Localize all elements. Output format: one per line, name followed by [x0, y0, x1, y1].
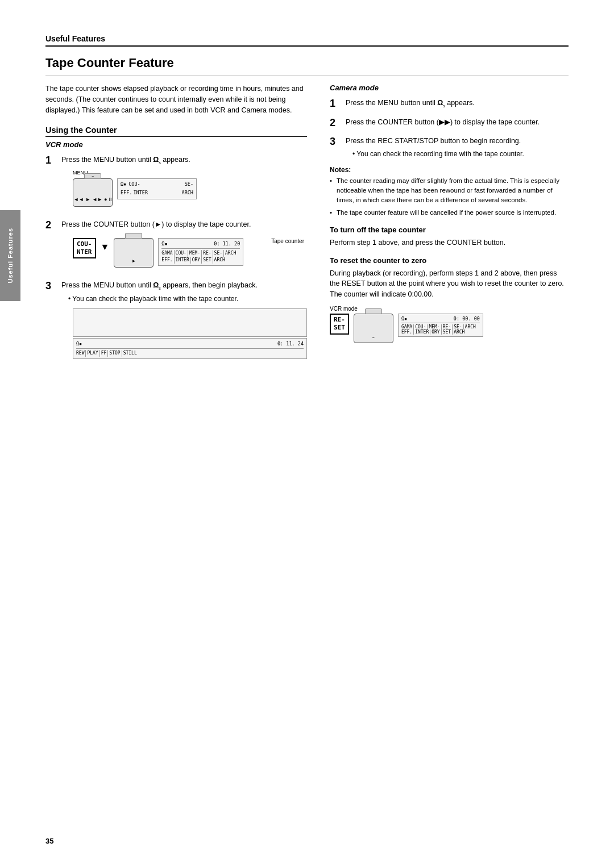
- lcd-bottom-2: GAMA COU- MEM- RE- SE- ARCH: [161, 248, 240, 257]
- cam-step-1: 1 Press the MENU button until Ωs appears…: [330, 98, 569, 110]
- lcd-reset-time: 0: 00. 00: [454, 316, 480, 322]
- lcd-icon-2: Ω▪: [161, 240, 167, 248]
- cam-step-2-text: Press the COUNTER button (▶▶) to display…: [346, 118, 540, 126]
- lcd-mem: MEM-: [189, 250, 202, 257]
- vcr-diagram-2: Tape counter COU-NTER ▼ ►: [73, 238, 307, 268]
- lcd-set: SET: [203, 257, 213, 264]
- playback-lcd-top: Ω▪ 0: 11. 24: [76, 340, 304, 348]
- cam-step-number-2: 2: [330, 117, 341, 130]
- btn-play-2: ►: [131, 258, 136, 265]
- lcd-se2: SE-: [214, 250, 224, 257]
- camera-controls-2: ►: [131, 258, 136, 265]
- camera-body-2: ►: [114, 238, 154, 268]
- vcr-step-2: 2 Press the COUNTER button (►) to displa…: [45, 219, 307, 273]
- page-number: 35: [45, 837, 53, 845]
- counter-highlight-box: COU-NTER: [73, 238, 96, 259]
- lcd-reset-gama: GAMA: [401, 324, 414, 329]
- cam-step-3-content: Press the REC START/STOP button to begin…: [346, 136, 569, 159]
- lcd-display-2: Ω▪ 0: 11. 20 GAMA COU- MEM- RE- SE- ARCH: [158, 238, 243, 266]
- step-3-bullet: You can check the playback time with the…: [61, 294, 307, 304]
- intro-text: The tape counter shows elapsed playback …: [45, 84, 307, 115]
- turn-off-title: To turn off the tape counter: [330, 226, 569, 234]
- lcd-reset-ory: ORY: [432, 329, 441, 335]
- camera-controls: ◄◄ ► ◄► ● II: [73, 196, 111, 204]
- step-1-content: Press the MENU button until Ωs appears. …: [61, 155, 307, 212]
- vcr-step-1: 1 Press the MENU button until Ωs appears…: [45, 155, 307, 212]
- lcd-cou: COU-: [128, 181, 140, 188]
- step-number-2: 2: [45, 219, 57, 232]
- btn-rec: ●: [104, 196, 107, 204]
- reset-diagram-layout: RE-SET ⌣ Ω▪ 0: 00. 00: [330, 314, 569, 343]
- section-header: Useful Features: [45, 34, 569, 47]
- lcd-top: Ω▪ COU- SE-: [121, 181, 193, 188]
- btn-still-label: STILL: [123, 350, 137, 357]
- reset-diagram-container: VCR mode RE-SET ⌣ Ω▪: [330, 306, 569, 343]
- notes-title: Notes:: [330, 166, 569, 174]
- cam-step-1-content: Press the MENU button until Ωs appears.: [346, 98, 569, 109]
- lcd-reset-arch: ARCH: [465, 324, 476, 329]
- lcd-se: SE-: [185, 181, 193, 188]
- step-2-text: Press the COUNTER button (►) to display …: [61, 220, 251, 228]
- lcd-cou2: COU-: [176, 250, 188, 257]
- note-item-1: The counter reading may differ slightly …: [330, 176, 569, 206]
- lcd-gama: GAMA: [161, 250, 174, 257]
- lcd-reset-arch2: ARCH: [454, 329, 464, 335]
- cam-step-number-1: 1: [330, 98, 341, 110]
- counter-arrow: ▼: [101, 240, 110, 254]
- lcd-eff2: EFF.: [161, 257, 174, 264]
- camera-body-reset: ⌣: [354, 314, 393, 343]
- notes-section: Notes: The counter reading may differ sl…: [330, 166, 569, 218]
- btn-rew-label: REW: [76, 350, 86, 357]
- lcd-reset-se: SE-: [454, 324, 463, 329]
- lcd-icon: Ω▪: [121, 181, 126, 188]
- step-number-3: 3: [45, 280, 57, 293]
- btn-rew: ◄◄: [73, 196, 84, 204]
- cam-top-reset: [365, 308, 382, 314]
- lcd-reset-top: Ω▪ 0: 00. 00: [401, 316, 480, 322]
- cam-step-3: 3 Press the REC START/STOP button to beg…: [330, 136, 569, 159]
- vcr-step-3: 3 Press the MENU button until Ωs appears…: [45, 280, 307, 363]
- note-item-2: The tape counter feature will be cancell…: [330, 208, 569, 218]
- lcd-inter: INTER: [133, 189, 148, 197]
- lcd-ory: ORY: [192, 257, 202, 264]
- cam-step-3-text: Press the REC START/STOP button to begin…: [346, 137, 521, 145]
- btn-pause: II: [109, 196, 112, 204]
- reset-highlight-box: RE-SET: [330, 314, 349, 335]
- lcd-time-2: 0: 11. 20: [214, 240, 240, 248]
- lcd-eff: EFF.: [121, 189, 132, 197]
- cam-btn-reset: ⌣: [372, 335, 375, 340]
- turn-off-text: Perform step 1 above, and press the COUN…: [330, 237, 569, 248]
- lcd-reset-set: SET: [443, 329, 453, 335]
- reset-counter-text: During playback (or recording), perform …: [330, 268, 569, 300]
- lcd-reset-mem: MEM-: [429, 324, 441, 329]
- playback-lcd: Ω▪ 0: 11. 24 REW PLAY FF STOP STILL: [73, 338, 307, 360]
- section-title: Useful Features: [45, 34, 569, 43]
- step-1-text: Press the MENU button until Ωs appears.: [61, 156, 190, 164]
- lcd-re: RE-: [203, 250, 213, 257]
- left-column: The tape counter shows elapsed playback …: [45, 84, 307, 369]
- lcd-top-2: Ω▪ 0: 11. 20: [161, 240, 240, 248]
- cam-diagram-1: ⌣ ◄◄ ► ◄► ● II: [73, 178, 307, 207]
- lcd-arch2: ARCH: [225, 250, 236, 257]
- lcd-reset-bottom: GAMA COU- MEM- RE- SE- ARCH: [401, 323, 480, 329]
- playback-time: 0: 11. 24: [277, 340, 304, 348]
- lcd-sub-bottom: EFF. INTER ORY SET ARCH: [161, 257, 240, 264]
- lcd-display-1: Ω▪ COU- SE- EFF. INTER ARCH: [117, 178, 197, 200]
- btn-ff: ◄►: [92, 196, 102, 204]
- lcd-reset-icon: Ω▪: [401, 316, 407, 322]
- cam-top-2: [125, 233, 142, 239]
- camera-top: ⌣: [84, 173, 101, 179]
- using-counter-title: Using the Counter: [45, 126, 307, 137]
- step-number-1: 1: [45, 155, 57, 167]
- tape-counter-label: Tape counter: [271, 237, 304, 245]
- step-3-text: Press the MENU button until Ωs appears, …: [61, 281, 258, 289]
- lcd-inter2: INTER: [176, 257, 191, 264]
- camera-mode-title: Camera mode: [330, 84, 569, 92]
- btn-play: ►: [85, 196, 90, 204]
- cam-step-2-content: Press the COUNTER button (▶▶) to display…: [346, 117, 569, 128]
- lcd-arch: ARCH: [182, 189, 193, 197]
- btn-ff-label: FF: [101, 350, 109, 357]
- step-2-content: Press the COUNTER button (►) to display …: [61, 219, 307, 273]
- lcd-reset: Ω▪ 0: 00. 00 GAMA COU- MEM- RE- SE- ARCH: [398, 314, 483, 337]
- notes-content: The counter reading may differ slightly …: [330, 176, 569, 218]
